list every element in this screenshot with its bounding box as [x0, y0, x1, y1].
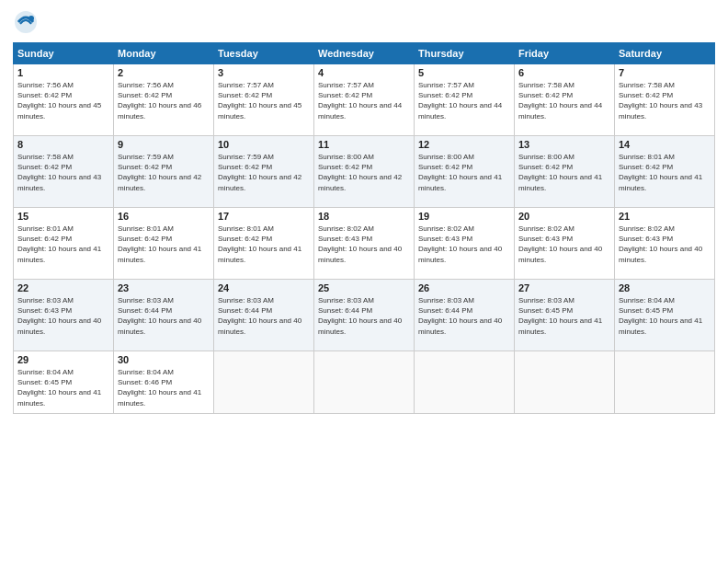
sunset-text: Sunset: 6:42 PM — [218, 163, 272, 171]
daylight-text: Daylight: 10 hours and 44 minutes. — [418, 101, 502, 120]
daylight-text: Daylight: 10 hours and 43 minutes. — [619, 101, 702, 120]
day-detail: Sunrise: 8:03 AM Sunset: 6:44 PM Dayligh… — [118, 295, 210, 337]
day-number: 13 — [518, 139, 610, 150]
sunrise-text: Sunrise: 8:02 AM — [318, 224, 374, 233]
sunrise-text: Sunrise: 8:00 AM — [418, 153, 474, 161]
table-row: 25 Sunrise: 8:03 AM Sunset: 6:44 PM Dayl… — [314, 280, 415, 351]
day-number: 15 — [17, 211, 109, 222]
sunrise-text: Sunrise: 7:58 AM — [17, 153, 74, 161]
sunrise-text: Sunrise: 8:03 AM — [518, 296, 574, 304]
sunset-text: Sunset: 6:42 PM — [518, 163, 573, 171]
day-number: 3 — [218, 67, 310, 78]
sunset-text: Sunset: 6:42 PM — [118, 91, 172, 99]
daylight-text: Daylight: 10 hours and 41 minutes. — [518, 316, 602, 335]
day-detail: Sunrise: 8:01 AM Sunset: 6:42 PM Dayligh… — [218, 224, 310, 265]
sunset-text: Sunset: 6:42 PM — [17, 91, 72, 99]
table-row — [314, 351, 415, 414]
day-number: 19 — [418, 211, 510, 222]
sunset-text: Sunset: 6:42 PM — [218, 91, 272, 99]
daylight-text: Daylight: 10 hours and 43 minutes. — [17, 173, 101, 191]
table-row: 8 Sunrise: 7:58 AM Sunset: 6:42 PM Dayli… — [14, 136, 114, 208]
day-number: 11 — [318, 139, 410, 150]
day-number: 2 — [118, 67, 210, 78]
table-row: 10 Sunrise: 7:59 AM Sunset: 6:42 PM Dayl… — [214, 136, 314, 208]
day-detail: Sunrise: 8:04 AM Sunset: 6:45 PM Dayligh… — [17, 367, 109, 408]
daylight-text: Daylight: 10 hours and 40 minutes. — [118, 316, 201, 335]
table-row: 11 Sunrise: 8:00 AM Sunset: 6:42 PM Dayl… — [314, 136, 415, 208]
table-row: 17 Sunrise: 8:01 AM Sunset: 6:42 PM Dayl… — [214, 208, 314, 280]
sunrise-text: Sunrise: 7:57 AM — [418, 81, 474, 89]
daylight-text: Daylight: 10 hours and 40 minutes. — [418, 245, 502, 263]
sunrise-text: Sunrise: 8:01 AM — [218, 224, 274, 233]
sunset-text: Sunset: 6:42 PM — [118, 235, 172, 243]
sunset-text: Sunset: 6:42 PM — [518, 91, 573, 99]
daylight-text: Daylight: 10 hours and 41 minutes. — [619, 316, 702, 335]
calendar-page: Sunday Monday Tuesday Wednesday Thursday… — [0, 0, 728, 563]
col-wednesday: Wednesday — [314, 43, 415, 64]
day-detail: Sunrise: 8:04 AM Sunset: 6:46 PM Dayligh… — [118, 367, 210, 408]
day-number: 26 — [418, 282, 510, 293]
sunrise-text: Sunrise: 8:00 AM — [518, 153, 574, 161]
sunset-text: Sunset: 6:44 PM — [418, 306, 472, 315]
table-row: 28 Sunrise: 8:04 AM Sunset: 6:45 PM Dayl… — [615, 280, 715, 351]
sunset-text: Sunset: 6:42 PM — [218, 235, 272, 243]
sunset-text: Sunset: 6:42 PM — [619, 91, 673, 99]
daylight-text: Daylight: 10 hours and 40 minutes. — [218, 316, 301, 335]
calendar-row: 29 Sunrise: 8:04 AM Sunset: 6:45 PM Dayl… — [14, 351, 715, 414]
table-row — [615, 351, 715, 414]
sunrise-text: Sunrise: 8:01 AM — [17, 224, 74, 233]
day-detail: Sunrise: 8:01 AM Sunset: 6:42 PM Dayligh… — [118, 224, 210, 265]
day-detail: Sunrise: 8:03 AM Sunset: 6:44 PM Dayligh… — [218, 295, 310, 337]
day-detail: Sunrise: 7:57 AM Sunset: 6:42 PM Dayligh… — [318, 80, 410, 121]
daylight-text: Daylight: 10 hours and 41 minutes. — [218, 245, 301, 263]
sunset-text: Sunset: 6:45 PM — [518, 306, 573, 315]
daylight-text: Daylight: 10 hours and 45 minutes. — [17, 101, 101, 120]
daylight-text: Daylight: 10 hours and 40 minutes. — [17, 316, 101, 335]
sunset-text: Sunset: 6:43 PM — [318, 235, 372, 243]
table-row: 20 Sunrise: 8:02 AM Sunset: 6:43 PM Dayl… — [515, 208, 615, 280]
day-number: 9 — [118, 139, 210, 150]
sunrise-text: Sunrise: 8:00 AM — [318, 153, 374, 161]
daylight-text: Daylight: 10 hours and 41 minutes. — [619, 173, 702, 191]
daylight-text: Daylight: 10 hours and 41 minutes. — [518, 173, 602, 191]
daylight-text: Daylight: 10 hours and 42 minutes. — [318, 173, 402, 191]
sunrise-text: Sunrise: 8:03 AM — [218, 296, 274, 304]
day-detail: Sunrise: 7:58 AM Sunset: 6:42 PM Dayligh… — [619, 80, 711, 121]
sunrise-text: Sunrise: 8:01 AM — [619, 153, 675, 161]
table-row — [515, 351, 615, 414]
sunrise-text: Sunrise: 7:58 AM — [619, 81, 675, 89]
day-detail: Sunrise: 8:03 AM Sunset: 6:44 PM Dayligh… — [418, 295, 510, 337]
day-detail: Sunrise: 8:04 AM Sunset: 6:45 PM Dayligh… — [619, 295, 711, 337]
table-row: 14 Sunrise: 8:01 AM Sunset: 6:42 PM Dayl… — [615, 136, 715, 208]
day-detail: Sunrise: 7:57 AM Sunset: 6:42 PM Dayligh… — [218, 80, 310, 121]
sunrise-text: Sunrise: 7:59 AM — [218, 153, 274, 161]
day-number: 8 — [17, 139, 109, 150]
day-number: 10 — [218, 139, 310, 150]
sunset-text: Sunset: 6:42 PM — [418, 91, 472, 99]
sunset-text: Sunset: 6:42 PM — [318, 163, 372, 171]
sunrise-text: Sunrise: 7:56 AM — [17, 81, 74, 89]
day-number: 29 — [17, 354, 109, 365]
day-detail: Sunrise: 7:58 AM Sunset: 6:42 PM Dayligh… — [17, 152, 109, 193]
daylight-text: Daylight: 10 hours and 41 minutes. — [418, 173, 502, 191]
daylight-text: Daylight: 10 hours and 41 minutes. — [17, 245, 101, 263]
table-row: 19 Sunrise: 8:02 AM Sunset: 6:43 PM Dayl… — [415, 208, 515, 280]
daylight-text: Daylight: 10 hours and 40 minutes. — [318, 316, 402, 335]
day-number: 6 — [518, 67, 610, 78]
daylight-text: Daylight: 10 hours and 42 minutes. — [118, 173, 201, 191]
sunset-text: Sunset: 6:42 PM — [17, 163, 72, 171]
day-detail: Sunrise: 8:02 AM Sunset: 6:43 PM Dayligh… — [518, 224, 610, 265]
sunset-text: Sunset: 6:42 PM — [118, 163, 172, 171]
daylight-text: Daylight: 10 hours and 40 minutes. — [518, 245, 602, 263]
svg-point-1 — [28, 16, 34, 21]
col-sunday: Sunday — [14, 43, 114, 64]
table-row — [415, 351, 515, 414]
day-detail: Sunrise: 7:57 AM Sunset: 6:42 PM Dayligh… — [418, 80, 510, 121]
col-monday: Monday — [114, 43, 214, 64]
day-number: 25 — [318, 282, 410, 293]
sunset-text: Sunset: 6:44 PM — [318, 306, 372, 315]
table-row: 9 Sunrise: 7:59 AM Sunset: 6:42 PM Dayli… — [114, 136, 214, 208]
daylight-text: Daylight: 10 hours and 41 minutes. — [118, 245, 201, 263]
sunrise-text: Sunrise: 8:01 AM — [118, 224, 174, 233]
daylight-text: Daylight: 10 hours and 42 minutes. — [218, 173, 301, 191]
